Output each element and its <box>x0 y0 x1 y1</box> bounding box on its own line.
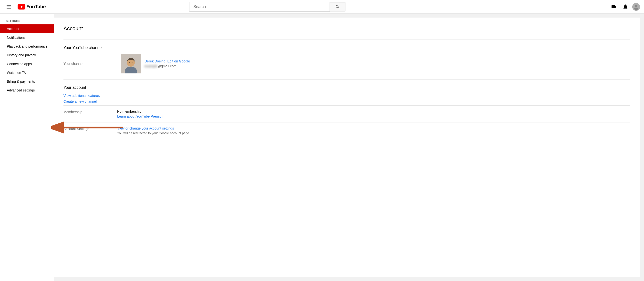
avatar[interactable] <box>632 3 640 11</box>
sidebar-item-connected[interactable]: Connected apps <box>0 59 54 68</box>
account-settings-content: View or change your account settings You… <box>117 126 189 135</box>
youtube-wordmark: YouTube <box>26 4 46 9</box>
svg-point-3 <box>635 5 638 7</box>
account-section: Your account View additional features Cr… <box>64 85 630 103</box>
sidebar-item-billing[interactable]: Billing & payments <box>0 77 54 86</box>
learn-premium-link[interactable]: Learn about YouTube Premium <box>117 114 164 118</box>
svg-point-10 <box>130 62 130 63</box>
youtube-icon <box>18 4 26 9</box>
email-domain: @gmail.com <box>158 64 176 68</box>
sidebar-item-connected-label: Connected apps <box>7 62 32 66</box>
header-right <box>609 2 640 12</box>
notifications-button[interactable] <box>620 2 630 12</box>
email-blurred: example <box>144 64 158 68</box>
sidebar-item-notifications[interactable]: Notifications <box>0 33 54 42</box>
upload-button[interactable] <box>609 2 618 12</box>
header-left: YouTube <box>4 2 58 12</box>
view-additional-features-link[interactable]: View additional features <box>64 94 630 98</box>
membership-row: Membership No membership Learn about You… <box>64 105 630 122</box>
bell-icon <box>622 4 628 10</box>
header: YouTube <box>0 0 644 14</box>
svg-point-11 <box>132 62 132 63</box>
search-input-wrap <box>189 2 330 12</box>
video-camera-icon <box>611 4 617 10</box>
sidebar: SETTINGS Account Notifications Playback … <box>0 14 54 281</box>
sidebar-item-watch-tv-label: Watch on TV <box>7 71 26 75</box>
sidebar-item-advanced-label: Advanced settings <box>7 88 35 92</box>
sidebar-item-notifications-label: Notifications <box>7 36 26 39</box>
search-button[interactable] <box>330 2 346 11</box>
channel-label: Your channel <box>64 62 117 66</box>
your-channel-section-title: Your YouTube channel <box>64 46 630 50</box>
sidebar-item-watch-tv[interactable]: Watch on TV <box>0 68 54 77</box>
edit-on-google-link[interactable]: Edit on Google <box>168 59 190 63</box>
channel-name-link[interactable]: Derek Doeing <box>144 59 166 63</box>
svg-point-4 <box>634 7 638 10</box>
sidebar-item-playback-label: Playback and performance <box>7 44 48 48</box>
search-bar <box>189 2 346 12</box>
menu-button[interactable] <box>4 2 14 12</box>
section-divider-1 <box>64 39 630 40</box>
account-settings-subtext: You will be redirected to your Google Ac… <box>117 131 189 135</box>
channel-info: Derek Doeing Edit on Google example@gmai… <box>144 59 190 68</box>
page-title: Account <box>64 25 630 32</box>
main-content: Account Your YouTube channel Your channe… <box>54 17 640 277</box>
channel-avatar <box>121 54 140 73</box>
membership-content: No membership Learn about YouTube Premiu… <box>117 109 164 118</box>
account-settings-row: Account Settings View or change your acc… <box>64 122 630 139</box>
sidebar-item-billing-label: Billing & payments <box>7 79 35 83</box>
sidebar-item-account[interactable]: Account <box>0 24 54 33</box>
youtube-logo[interactable]: YouTube <box>18 4 46 9</box>
search-icon <box>335 4 340 9</box>
membership-value: No membership <box>117 109 164 113</box>
channel-name-row: Derek Doeing Edit on Google <box>144 59 190 63</box>
sidebar-item-history-label: History and privacy <box>7 53 36 57</box>
channel-email: example@gmail.com <box>144 64 190 68</box>
channel-avatar-inner <box>121 54 140 73</box>
avatar-image <box>632 3 640 11</box>
hamburger-icon <box>5 3 13 10</box>
sidebar-item-advanced[interactable]: Advanced settings <box>0 86 54 95</box>
section-divider-2 <box>64 79 630 79</box>
settings-label: SETTINGS <box>0 17 54 24</box>
account-settings-label: Account Settings <box>64 126 117 131</box>
sidebar-item-playback[interactable]: Playback and performance <box>0 42 54 51</box>
page: SETTINGS Account Notifications Playback … <box>0 14 644 281</box>
view-change-settings-link[interactable]: View or change your account settings <box>117 126 189 130</box>
your-account-section-title: Your account <box>64 85 630 90</box>
sidebar-item-history[interactable]: History and privacy <box>0 51 54 59</box>
create-new-channel-link[interactable]: Create a new channel <box>64 99 630 103</box>
channel-row: Your channel <box>64 54 630 73</box>
search-input[interactable] <box>190 2 330 11</box>
sidebar-item-account-label: Account <box>7 27 19 31</box>
membership-label: Membership <box>64 109 117 114</box>
